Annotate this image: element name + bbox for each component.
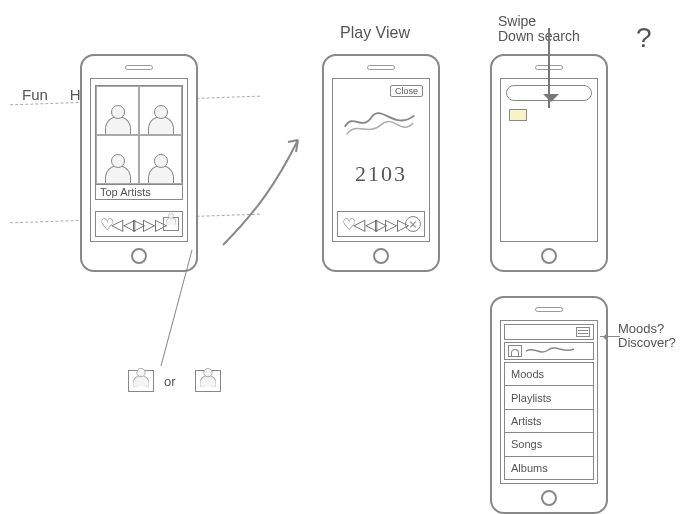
phone-earpiece (367, 65, 395, 70)
prev-icon[interactable]: ◁◁ (357, 216, 373, 232)
album-art-placeholder (343, 107, 419, 137)
close-button[interactable]: Close (390, 85, 423, 97)
menu-list: Moods Playlists Artists Songs Albums (504, 362, 594, 480)
phone-play-view: Close 2103 ♡ ◁◁ ▷ ▷▷ (322, 54, 440, 272)
transition-arrow (218, 130, 318, 254)
next-icon[interactable]: ▷▷ (147, 216, 163, 232)
artist-cell-2[interactable] (139, 86, 182, 135)
person-icon (105, 165, 131, 183)
tab-fun[interactable]: Fun (22, 86, 48, 103)
menu-topbar (504, 324, 594, 340)
menu-item-songs[interactable]: Songs (504, 433, 594, 456)
search-hint-chip (509, 109, 527, 121)
person-icon (148, 165, 174, 183)
menu-item-albums[interactable]: Albums (504, 457, 594, 480)
variant-thumb-b (195, 370, 221, 392)
artist-cell-3[interactable] (96, 135, 139, 184)
menu-item-moods[interactable]: Moods (504, 362, 594, 386)
player-controls-discover: ♡ ◁◁ ▷ ▷▷ (95, 211, 183, 237)
person-icon (133, 375, 150, 387)
grid-section-label: Top Artists (95, 185, 183, 200)
artist-cell-4[interactable] (139, 135, 182, 184)
person-icon (166, 217, 176, 224)
next-icon[interactable]: ▷▷ (389, 216, 405, 232)
label-swipe-search: Swipe Down search (498, 14, 608, 43)
variant-thumb-a (128, 370, 154, 392)
annotation-arrow (600, 336, 620, 338)
label-play-view: Play View (340, 24, 410, 42)
menu-item-artists[interactable]: Artists (504, 410, 594, 433)
play-screen: Close 2103 ♡ ◁◁ ▷ ▷▷ (332, 78, 430, 242)
person-icon (105, 116, 131, 134)
home-button[interactable] (131, 248, 147, 264)
home-button[interactable] (541, 248, 557, 264)
artist-cell-1[interactable] (96, 86, 139, 135)
discover-screen: Top Artists ♡ ◁◁ ▷ ▷▷ (90, 78, 188, 242)
phone-discover: Top Artists ♡ ◁◁ ▷ ▷▷ (80, 54, 198, 272)
person-icon (200, 375, 217, 387)
prev-icon[interactable]: ◁◁ (115, 216, 131, 232)
username-scribble (526, 346, 576, 356)
annotation-moods-discover: Moods? Discover? (618, 322, 676, 351)
home-button[interactable] (373, 248, 389, 264)
now-playing-thumb-icon[interactable] (163, 217, 179, 231)
home-button[interactable] (541, 490, 557, 506)
avatar-icon (508, 345, 522, 357)
menu-screen: Moods Playlists Artists Songs Albums (500, 320, 598, 484)
question-mark: ? (636, 22, 652, 54)
close-circle-icon[interactable] (405, 216, 421, 232)
track-timestamp: 2103 (333, 161, 429, 187)
phone-earpiece (125, 65, 153, 70)
person-icon (148, 116, 174, 134)
phone-earpiece (535, 307, 563, 312)
artist-grid (95, 85, 183, 185)
menu-item-playlists[interactable]: Playlists (504, 386, 594, 409)
or-label: or (164, 374, 176, 389)
hamburger-icon[interactable] (576, 327, 590, 337)
phone-menu: Moods Playlists Artists Songs Albums (490, 296, 608, 514)
swipe-down-arrow-icon (548, 28, 550, 108)
player-controls-play: ♡ ◁◁ ▷ ▷▷ (337, 211, 425, 237)
user-row[interactable] (504, 342, 594, 360)
